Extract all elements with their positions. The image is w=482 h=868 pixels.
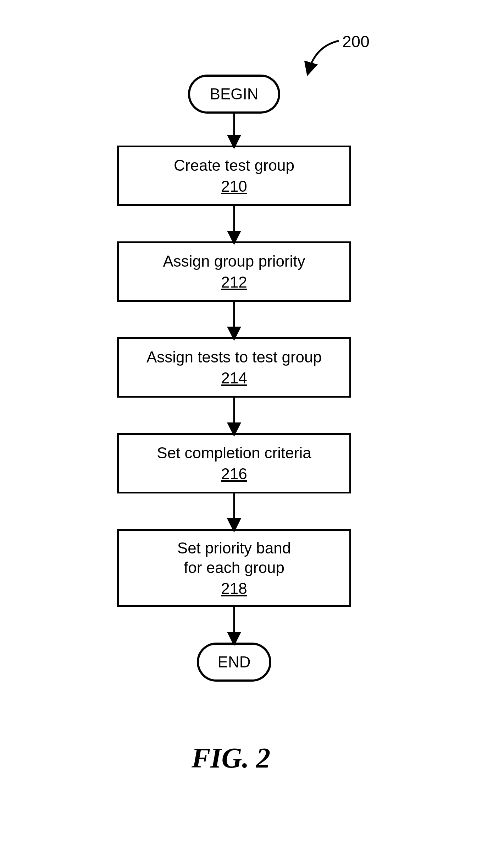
process-218: Set priority band for each group 218 [117, 529, 351, 607]
process-216-text: Set completion criteria [157, 443, 311, 463]
process-210: Create test group 210 [117, 146, 351, 206]
process-216: Set completion criteria 216 [117, 433, 351, 493]
figure-caption: FIG. 2 [192, 742, 270, 774]
process-214-text: Assign tests to test group [146, 347, 322, 367]
process-214-ref: 214 [221, 368, 247, 388]
process-218-ref: 218 [221, 579, 247, 598]
flowchart-canvas: 200 BEGIN Create test group 210 Assign g… [0, 0, 482, 868]
process-210-text: Create test group [174, 155, 294, 175]
terminator-end: END [197, 643, 271, 682]
process-210-ref: 210 [221, 176, 247, 196]
terminator-begin-label: BEGIN [210, 85, 259, 103]
process-214: Assign tests to test group 214 [117, 337, 351, 398]
process-216-ref: 216 [221, 464, 247, 484]
pointer-arrow-200 [309, 41, 339, 71]
process-212: Assign group priority 212 [117, 241, 351, 302]
figure-ref-label: 200 [342, 32, 370, 51]
process-218-text-line1: Set priority band [177, 538, 291, 558]
process-218-text-line2: for each group [184, 558, 284, 577]
process-212-text: Assign group priority [163, 251, 305, 271]
terminator-begin: BEGIN [188, 75, 280, 114]
process-212-ref: 212 [221, 272, 247, 292]
terminator-end-label: END [218, 653, 251, 671]
